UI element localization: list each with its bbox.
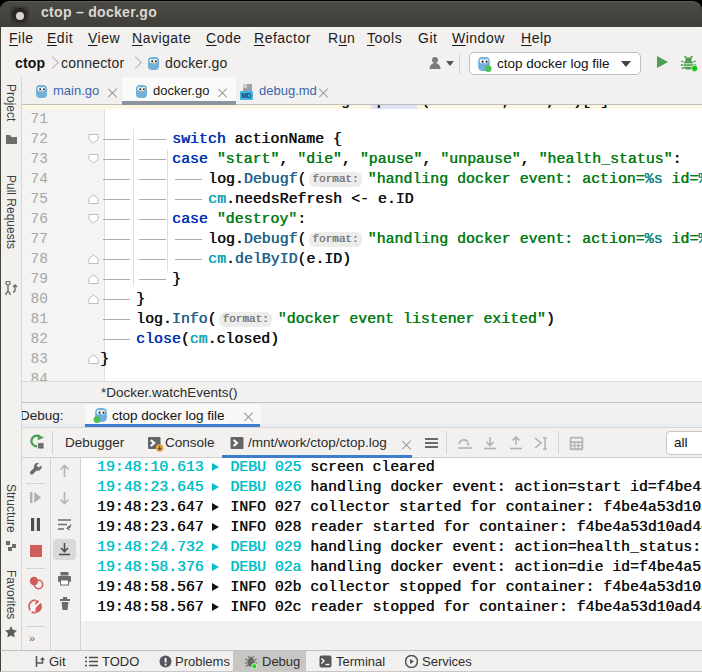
svg-text:MD: MD (241, 92, 251, 99)
